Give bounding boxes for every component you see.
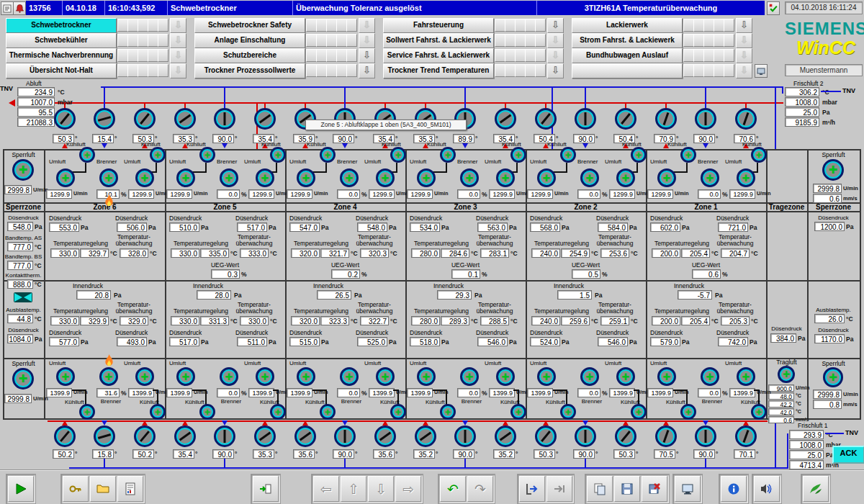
exhaust-damper[interactable]	[655, 108, 677, 130]
umluft-fan[interactable]	[297, 367, 315, 386]
nav-status-square[interactable]	[505, 49, 516, 62]
brenner-fan[interactable]	[580, 168, 599, 187]
exit-runtime-button[interactable]	[519, 476, 545, 502]
nav-status-square[interactable]	[117, 34, 128, 47]
nav-status-square[interactable]	[127, 49, 138, 62]
chevron-down-icon[interactable]: ⇩	[736, 33, 752, 48]
kuhlluft-fan[interactable]	[79, 404, 95, 420]
umluft-fan[interactable]	[657, 168, 676, 187]
nav-status-square[interactable]	[148, 34, 158, 47]
umluft-fan[interactable]	[56, 168, 75, 187]
nav-status-square[interactable]	[724, 19, 734, 32]
supply-damper[interactable]	[535, 426, 557, 447]
supply-damper[interactable]	[655, 426, 677, 447]
nav-status-square[interactable]	[316, 64, 327, 77]
umluft-fan[interactable]	[616, 367, 635, 386]
nav-status-square[interactable]	[158, 19, 168, 32]
ack-button[interactable]: ACK	[832, 446, 864, 464]
chevron-down-icon[interactable]: ⇩	[359, 18, 375, 33]
umluft-fan[interactable]	[737, 367, 755, 386]
nav-status-square[interactable]	[505, 34, 516, 47]
nav-status-square[interactable]	[306, 49, 317, 62]
exhaust-damper[interactable]	[535, 108, 557, 130]
umluft-fan[interactable]	[256, 367, 274, 386]
chevron-down-icon[interactable]: ⇩	[547, 63, 564, 78]
kuhlluft-fan[interactable]	[199, 147, 215, 163]
exhaust-damper[interactable]	[174, 108, 196, 130]
exhaust-damper[interactable]	[254, 108, 276, 130]
kuhlluft-fan[interactable]	[150, 404, 166, 420]
kuhlluft-fan[interactable]	[390, 147, 406, 163]
nav-status-square[interactable]	[693, 19, 704, 32]
kuhlluft-fan[interactable]	[751, 404, 767, 420]
brenner-fan[interactable]	[701, 168, 719, 187]
password-button[interactable]	[63, 476, 89, 502]
kuhlluft-fan[interactable]	[79, 147, 95, 163]
nav-status-square[interactable]	[495, 49, 505, 62]
nav-status-square[interactable]	[535, 34, 546, 47]
nav-status-square[interactable]	[703, 64, 714, 77]
sperrluft-fan[interactable]	[823, 367, 843, 387]
supply-damper[interactable]	[254, 426, 276, 447]
nav-status-square[interactable]	[158, 34, 168, 47]
nav-status-square[interactable]	[138, 49, 148, 62]
recipe-import-button[interactable]	[253, 476, 279, 502]
picture-forward-button[interactable]	[546, 476, 572, 502]
nav-button[interactable]: Fahrsteuerung	[383, 18, 494, 33]
chevron-down-icon[interactable]: ⇩	[736, 63, 752, 78]
nav-status-square[interactable]	[127, 19, 138, 32]
nav-status-square[interactable]	[703, 34, 714, 47]
nav-status-square[interactable]	[326, 19, 337, 32]
chevron-down-icon[interactable]: ⇩	[547, 18, 564, 33]
chevron-down-icon[interactable]: ⇩	[170, 48, 186, 63]
nav-status-square[interactable]	[515, 64, 526, 77]
nav-button[interactable]: Service Fahrst. & Lackierwerk	[383, 48, 494, 63]
umluft-fan[interactable]	[657, 367, 676, 386]
exhaust-damper[interactable]	[134, 108, 156, 130]
kuhlluft-fan[interactable]	[751, 147, 767, 163]
audio-alarm-button[interactable]	[754, 476, 780, 502]
kuhlluft-fan[interactable]	[631, 404, 647, 420]
nav-status-square[interactable]	[693, 49, 704, 62]
supply-damper[interactable]	[615, 426, 636, 447]
supply-damper[interactable]	[695, 426, 716, 447]
fresh-damper[interactable]	[575, 108, 596, 130]
siemens-ecology-button[interactable]	[803, 476, 829, 502]
kuhlluft-fan[interactable]	[320, 404, 336, 420]
nav-status-square[interactable]	[515, 49, 526, 62]
sperrluft-fan[interactable]	[12, 368, 34, 390]
chevron-down-icon[interactable]: ⇩	[359, 63, 375, 78]
nav-button[interactable]: Bundhubwagen Auslauf	[572, 48, 683, 63]
nav-status-square[interactable]	[535, 64, 546, 77]
brenner-fan[interactable]	[460, 367, 479, 386]
nav-status-square[interactable]	[683, 34, 694, 47]
nav-status-square[interactable]	[505, 19, 516, 32]
exhaust-damper[interactable]	[54, 108, 76, 130]
supply-damper[interactable]	[495, 426, 516, 447]
supply-damper[interactable]	[54, 426, 76, 447]
umluft-fan[interactable]	[135, 367, 154, 386]
kuhlluft-fan[interactable]	[390, 404, 406, 420]
supply-damper[interactable]	[94, 426, 115, 447]
brenner-fan[interactable]	[340, 367, 359, 386]
copy-picture-button[interactable]	[587, 476, 613, 502]
nav-status-square[interactable]	[138, 64, 148, 77]
umluft-fan[interactable]	[376, 168, 395, 187]
nav-status-square[interactable]	[148, 19, 158, 32]
nav-status-square[interactable]	[714, 34, 724, 47]
brenner-fan[interactable]	[340, 168, 359, 187]
supply-damper[interactable]	[454, 426, 476, 447]
nav-status-square[interactable]	[346, 19, 357, 32]
nav-status-square[interactable]	[693, 64, 704, 77]
exhaust-damper[interactable]	[495, 108, 516, 130]
nav-status-square[interactable]	[703, 49, 714, 62]
kuhlluft-fan[interactable]	[440, 147, 456, 163]
nav-button[interactable]: Thermische Nachverbrennung	[6, 48, 117, 63]
alarm-line[interactable]: 13756 04.10.18 16:10:43,592 Schwebetrock…	[26, 1, 765, 15]
nav-status-square[interactable]	[714, 19, 724, 32]
redo-button[interactable]: ↷	[467, 476, 493, 502]
chevron-down-icon[interactable]: ⇩	[547, 48, 564, 63]
nav-button[interactable]: Übersicht Not-Halt	[6, 63, 117, 78]
umluft-fan[interactable]	[417, 367, 436, 386]
nav-status-square[interactable]	[306, 34, 317, 47]
